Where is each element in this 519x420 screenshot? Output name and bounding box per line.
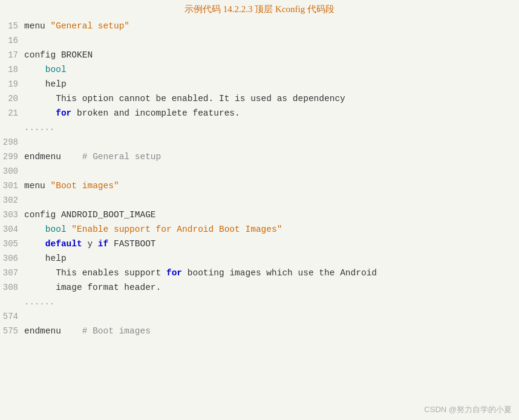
ellipsis-line: ...... [0, 295, 519, 309]
line-number: 303 [0, 208, 24, 222]
code-line: 298 [0, 135, 519, 149]
line-content: help [24, 77, 519, 91]
line-number: 299 [0, 149, 24, 164]
line-number: 15 [0, 19, 24, 33]
line-content: endmenu # Boot images [24, 324, 519, 338]
code-line: 308 image format header. [0, 280, 519, 295]
code-line: 305 default y if FASTBOOT [0, 237, 519, 251]
line-number: 308 [0, 280, 24, 295]
line-content: default y if FASTBOOT [24, 237, 519, 251]
line-number: 306 [0, 251, 24, 266]
code-line: 307 This enables support for booting ima… [0, 266, 519, 280]
line-number: 304 [0, 222, 24, 237]
code-line: 575endmenu # Boot images [0, 324, 519, 338]
line-content: config ANDROID_BOOT_IMAGE [24, 208, 519, 222]
line-content: help [24, 251, 519, 266]
code-line: 17config BROKEN [0, 48, 519, 62]
line-number: 20 [0, 91, 24, 106]
line-number: 305 [0, 237, 24, 251]
code-line: 574 [0, 309, 519, 324]
code-line: 301menu "Boot images" [0, 179, 519, 193]
code-line: 304 bool "Enable support for Android Boo… [0, 222, 519, 237]
line-content: endmenu # General setup [24, 149, 519, 164]
code-line: 16 [0, 33, 519, 48]
line-content: bool "Enable support for Android Boot Im… [24, 222, 519, 237]
ellipsis-line: ...... [0, 120, 519, 135]
code-line: 306 help [0, 251, 519, 266]
code-container: 示例代码 14.2.2.3 顶层 Kconfig 代码段 15menu "Gen… [0, 0, 519, 420]
line-number: 19 [0, 77, 24, 91]
watermark: CSDN @努力自学的小夏 [424, 404, 512, 415]
code-line: 18 bool [0, 62, 519, 77]
code-line: 19 help [0, 77, 519, 91]
line-number: 17 [0, 48, 24, 62]
code-line: 303config ANDROID_BOOT_IMAGE [0, 208, 519, 222]
line-number: 307 [0, 266, 24, 280]
code-line: 300 [0, 164, 519, 179]
code-line: 21 for broken and incomplete features. [0, 106, 519, 120]
line-number: 21 [0, 106, 24, 120]
line-number: 575 [0, 324, 24, 338]
title-bar: 示例代码 14.2.2.3 顶层 Kconfig 代码段 [0, 0, 519, 18]
line-content: for broken and incomplete features. [24, 106, 519, 120]
code-area: 15menu "General setup"16 17config BROKEN… [0, 18, 519, 340]
code-line: 299endmenu # General setup [0, 149, 519, 164]
line-content: config BROKEN [24, 48, 519, 62]
title-text: 示例代码 14.2.2.3 顶层 Kconfig 代码段 [184, 4, 335, 14]
line-number: 301 [0, 179, 24, 193]
code-line: 20 This option cannot be enabled. It is … [0, 91, 519, 106]
line-content: menu "Boot images" [24, 179, 519, 193]
line-content: This option cannot be enabled. It is use… [24, 91, 519, 106]
line-content: menu "General setup" [24, 19, 519, 33]
code-line: 302 [0, 193, 519, 208]
line-number: 18 [0, 62, 24, 77]
line-content: image format header. [24, 280, 519, 295]
line-content: bool [24, 62, 519, 77]
code-line: 15menu "General setup" [0, 19, 519, 33]
line-content: This enables support for booting images … [24, 266, 519, 280]
